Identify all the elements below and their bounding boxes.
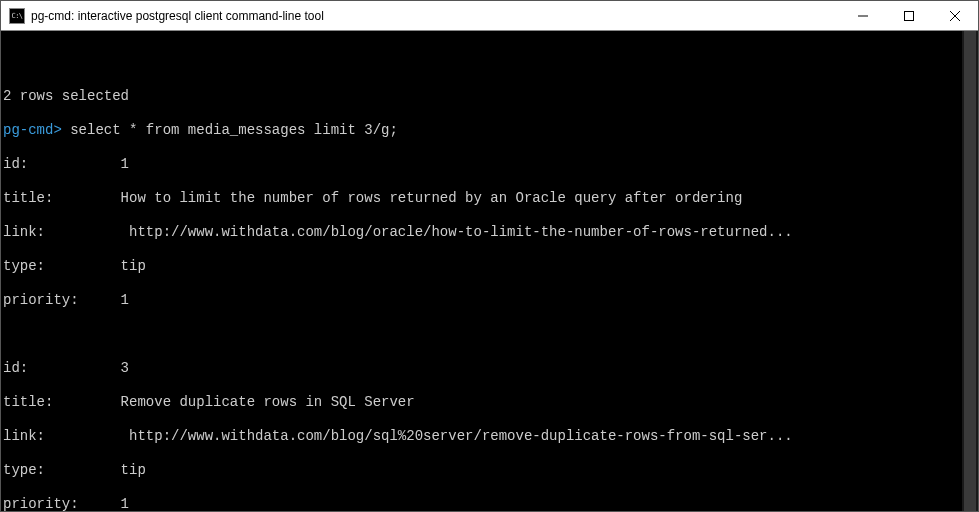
command-line: pg-cmd> select * from media_messages lim… [3,122,976,139]
record-field: priority: 1 [3,496,976,511]
record-field: id: 3 [3,360,976,377]
close-button[interactable] [932,1,978,30]
record-field: type: tip [3,258,976,275]
record-field: link: http://www.withdata.com/blog/oracl… [3,224,976,241]
minimize-button[interactable] [840,1,886,30]
record-field: link: http://www.withdata.com/blog/sql%2… [3,428,976,445]
record-field: title: How to limit the number of rows r… [3,190,976,207]
terminal-area[interactable]: 2 rows selected pg-cmd> select * from me… [1,31,978,511]
app-icon: C:\ [9,8,25,24]
maximize-button[interactable] [886,1,932,30]
record-field: type: tip [3,462,976,479]
svg-rect-1 [905,11,914,20]
blank-line [3,326,976,343]
prompt: pg-cmd> [3,122,62,138]
window-controls [840,1,978,30]
record-field: priority: 1 [3,292,976,309]
status-line: 2 rows selected [3,88,976,105]
window-title: pg-cmd: interactive postgresql client co… [31,9,840,23]
command-text: select * from media_messages limit 3/g; [62,122,398,138]
blank-line [3,54,976,71]
window-titlebar: C:\ pg-cmd: interactive postgresql clien… [1,1,978,31]
scrollbar[interactable] [962,31,978,511]
scrollbar-thumb[interactable] [964,31,976,511]
record-field: id: 1 [3,156,976,173]
record-field: title: Remove duplicate rows in SQL Serv… [3,394,976,411]
